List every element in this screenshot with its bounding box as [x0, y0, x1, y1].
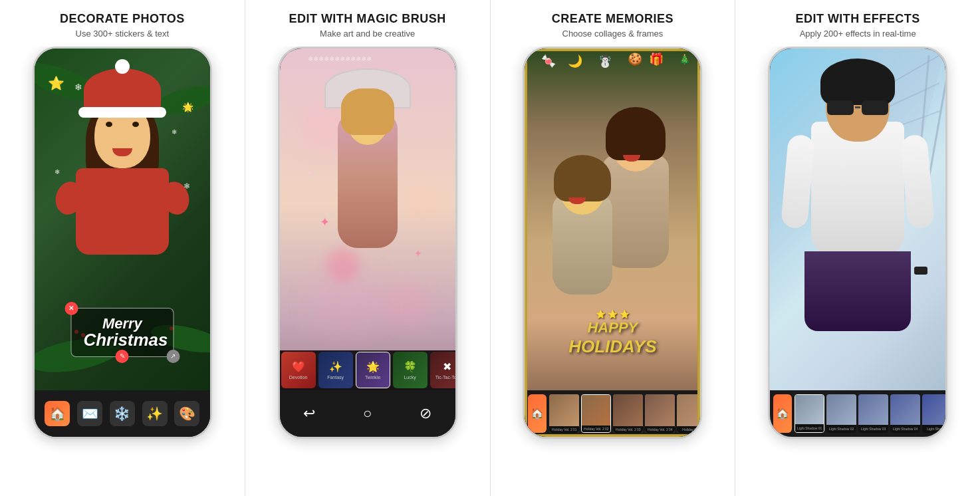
panel2-undo-btn[interactable]: ↩: [303, 405, 315, 422]
panel3-thumb1[interactable]: Holiday Vol. 2 01: [549, 394, 579, 433]
panel-edit-effects: EDIT WITH EFFECTS Apply 200+ effects in …: [735, 0, 980, 496]
panel4-effect3[interactable]: Light Shadow 03: [858, 394, 888, 433]
panel1-person: [69, 68, 176, 255]
panel4-screen: 🏠 Light Shadow 01 Light Shadow 02 Light …: [770, 49, 945, 437]
panel4-title: EDIT WITH EFFECTS: [742, 12, 973, 27]
panel3-deco1: 🍬: [541, 54, 556, 68]
panel1-toolbar-sparkle[interactable]: ✨: [142, 401, 168, 426]
panel4-effect4[interactable]: Light Shadow 04: [890, 394, 920, 433]
panel2-brush-devotion[interactable]: ❤️ Devotion: [281, 352, 316, 388]
panel1-toolbar-effects[interactable]: 🎨: [174, 401, 199, 426]
panel3-deco6: 🎄: [679, 54, 690, 64]
panel1-title: DECORATE PHOTOS: [7, 12, 238, 27]
panel4-subtitle: Apply 200+ effects in real-time: [742, 29, 973, 39]
panel2-action-bar: ↩ ○ ⊘: [280, 390, 455, 437]
panel3-phone: 🍬 🌙 ☃️ 🍪 🎁 🎄: [523, 47, 702, 439]
panel3-people: [539, 88, 685, 328]
panel4-phone: 🏠 Light Shadow 01 Light Shadow 02 Light …: [768, 47, 947, 439]
panel2-erase-btn[interactable]: ⊘: [420, 405, 431, 422]
panel3-title: CREATE MEMORIES: [497, 12, 729, 27]
panel2-phone: ✦ ✦ ✦ ❄❄❄❄❄❄❄❄❄: [278, 47, 457, 439]
panel2-brush-tictactoe[interactable]: ✖ Tic-Tac-Toe: [430, 352, 455, 388]
panel1-toolbar-sticker[interactable]: ✉️: [77, 401, 102, 426]
panel2-brush-bar: ❤️ Devotion ✨ Fantasy 🌟 Twinkle 🍀 Lucky: [280, 350, 455, 390]
panel3-thumb4[interactable]: Holiday Vol. 2 04: [645, 394, 675, 433]
panel1-merry-text: Merry: [83, 316, 161, 331]
panel3-deco3: ☃️: [598, 54, 612, 68]
panel1-text-overlay: ✕ ↗ ✎ Merry Christmas: [70, 308, 174, 357]
panel4-effect5[interactable]: Light Shado...: [922, 394, 945, 433]
panel2-brush-twinkle[interactable]: 🌟 Twinkle: [356, 352, 390, 388]
panel2-reset-btn[interactable]: ○: [363, 405, 372, 422]
panel2-phone-container: ✦ ✦ ✦ ❄❄❄❄❄❄❄❄❄: [245, 47, 490, 496]
panel1-toolbar-snowflake[interactable]: ❄️: [110, 401, 135, 426]
panel4-bg: [770, 49, 945, 437]
panel1-toolbar: 🏠 ✉️ ❄️ ✨ 🎨: [35, 390, 210, 437]
panel1-phone: ⭐ 🌟 ❄ ❄ ❄ ❄ ❄ ❄: [33, 47, 212, 439]
panel1-screen: ⭐ 🌟 ❄ ❄ ❄ ❄ ❄ ❄: [35, 49, 210, 437]
panel3-deco5: 🎁: [649, 52, 664, 66]
panel1-toolbar-home[interactable]: 🏠: [45, 401, 70, 426]
panel4-effect1[interactable]: Light Shadow 01: [795, 394, 824, 433]
panel-magic-brush: EDIT WITH MAGIC BRUSH Make art and be cr…: [245, 0, 491, 496]
panel3-strip[interactable]: 🏠 Holiday Vol. 2 01 Holiday Vol. 2 02 Ho…: [525, 390, 700, 437]
panel4-header: EDIT WITH EFFECTS Apply 200+ effects in …: [735, 0, 980, 47]
panel4-effect2[interactable]: Light Shadow 02: [826, 394, 856, 433]
panel3-holiday-text: ⭐ ⭐ ⭐ HAPPY HOLIDAYS: [552, 310, 672, 357]
panel-create-memories: CREATE MEMORIES Choose collages & frames…: [491, 0, 736, 496]
panel1-phone-container: ⭐ 🌟 ❄ ❄ ❄ ❄ ❄ ❄: [0, 47, 245, 496]
panel3-home-icon[interactable]: 🏠: [528, 394, 547, 433]
panel1-bg: ⭐ 🌟 ❄ ❄ ❄ ❄ ❄ ❄: [35, 49, 210, 437]
panel4-phone-container: 🏠 Light Shadow 01 Light Shadow 02 Light …: [735, 47, 980, 496]
panel2-subtitle: Make art and be creative: [252, 29, 483, 39]
panel1-header: DECORATE PHOTOS Use 300+ stickers & text: [0, 0, 245, 47]
panel2-header: EDIT WITH MAGIC BRUSH Make art and be cr…: [245, 0, 490, 47]
panel1-christmas-text: Christmas: [83, 331, 161, 348]
panel3-thumb5[interactable]: Holiday Vol...: [677, 394, 700, 433]
panel2-screen: ✦ ✦ ✦ ❄❄❄❄❄❄❄❄❄: [280, 49, 455, 437]
panel3-deco4: 🍪: [628, 52, 642, 66]
panel3-deco2: 🌙: [568, 54, 582, 68]
panel3-subtitle: Choose collages & frames: [497, 29, 729, 39]
panel3-screen: 🍬 🌙 ☃️ 🍪 🎁 🎄: [525, 49, 700, 437]
panel3-bg: 🍬 🌙 ☃️ 🍪 🎁 🎄: [525, 49, 700, 437]
panel3-header: CREATE MEMORIES Choose collages & frames: [491, 0, 735, 47]
panel2-title: EDIT WITH MAGIC BRUSH: [252, 12, 483, 27]
panel4-person: [791, 55, 924, 321]
panel4-home-icon[interactable]: 🏠: [773, 394, 792, 433]
panel3-thumb2[interactable]: Holiday Vol. 2 02: [581, 394, 611, 433]
panel-decorate-photos: DECORATE PHOTOS Use 300+ stickers & text: [0, 0, 245, 496]
panel2-brush-lucky[interactable]: 🍀 Lucky: [393, 352, 428, 388]
panel1-subtitle: Use 300+ stickers & text: [7, 29, 238, 39]
panel3-thumb3[interactable]: Holiday Vol. 2 03: [613, 394, 643, 433]
panel3-phone-container: 🍬 🌙 ☃️ 🍪 🎁 🎄: [491, 47, 735, 496]
panel2-person: ❄❄❄❄❄❄❄❄❄❄❄❄: [308, 62, 428, 314]
panel4-strip[interactable]: 🏠 Light Shadow 01 Light Shadow 02 Light …: [770, 390, 945, 437]
panel2-brush-fantasy[interactable]: ✨ Fantasy: [318, 352, 353, 388]
